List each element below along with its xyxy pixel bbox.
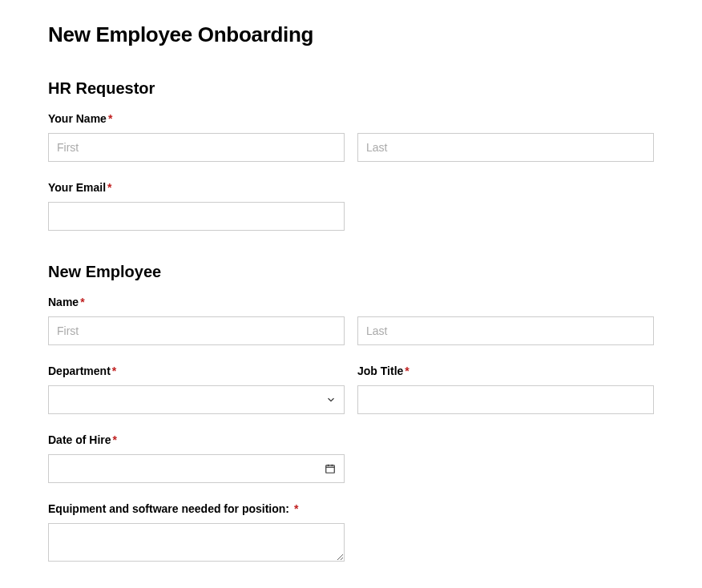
equipment-label-text: Equipment and software needed for positi… [48, 502, 289, 515]
date-of-hire-label: Date of Hire* [48, 433, 345, 446]
equipment-textarea[interactable] [48, 523, 345, 562]
date-of-hire-input[interactable] [49, 455, 344, 482]
required-mark: * [80, 296, 84, 308]
jobtitle-label: Job Title* [357, 364, 654, 377]
page-title: New Employee Onboarding [48, 22, 654, 47]
equipment-label: Equipment and software needed for positi… [48, 502, 345, 515]
jobtitle-label-text: Job Title [357, 364, 403, 377]
emp-name-last-input[interactable] [357, 316, 654, 345]
your-name-label-text: Your Name [48, 112, 107, 125]
emp-name-label: Name* [48, 296, 654, 308]
your-email-input[interactable] [48, 202, 345, 231]
hr-requestor-section: HR Requestor Your Name* Your Email* [48, 79, 654, 231]
required-mark: * [294, 502, 298, 515]
required-mark: * [112, 364, 116, 377]
department-select[interactable] [48, 385, 345, 414]
your-email-label: Your Email* [48, 181, 345, 194]
required-mark: * [405, 364, 409, 377]
required-mark: * [113, 433, 117, 446]
emp-name-first-input[interactable] [48, 316, 345, 345]
required-mark: * [108, 112, 112, 125]
emp-name-label-text: Name [48, 296, 79, 308]
emp-section-title: New Employee [48, 263, 654, 281]
hr-section-title: HR Requestor [48, 79, 654, 98]
your-name-label: Your Name* [48, 112, 654, 125]
your-name-last-input[interactable] [357, 133, 654, 162]
date-of-hire-label-text: Date of Hire [48, 433, 111, 446]
jobtitle-input[interactable] [357, 385, 654, 414]
department-label: Department* [48, 364, 345, 377]
required-mark: * [107, 181, 111, 194]
your-email-label-text: Your Email [48, 181, 106, 194]
department-label-text: Department [48, 364, 111, 377]
your-name-first-input[interactable] [48, 133, 345, 162]
new-employee-section: New Employee Name* Department* [48, 263, 654, 562]
